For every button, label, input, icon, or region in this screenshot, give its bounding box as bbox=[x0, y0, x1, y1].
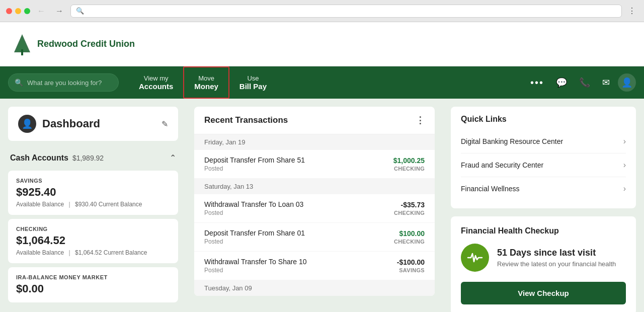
accounts-title: Cash Accounts bbox=[10, 153, 68, 163]
accounts-header: Cash Accounts $1,989.92 ⌃ bbox=[8, 149, 178, 167]
transaction-name: Deposit Transfer From Share 01 bbox=[204, 229, 394, 237]
phone-button[interactable]: 📞 bbox=[573, 73, 596, 92]
divider: | bbox=[69, 249, 70, 256]
list-item[interactable]: Financial Wellness › bbox=[461, 177, 626, 200]
dashboard-header: 👤 Dashboard ✎ bbox=[8, 107, 178, 141]
search-input[interactable] bbox=[27, 79, 112, 87]
transaction-info: Withdrawal Transfer To Loan 03 Posted bbox=[204, 200, 394, 216]
date-separator-sat: Saturday, Jan 13 bbox=[194, 179, 435, 194]
checking-account-sub: Available Balance | $1,064.52 Current Ba… bbox=[16, 249, 170, 256]
chat-button[interactable]: 💬 bbox=[550, 73, 573, 92]
mail-button[interactable]: ✉ bbox=[596, 73, 616, 92]
transaction-status: Posted bbox=[204, 238, 394, 245]
transactions-header: Recent Transactions ⋮ bbox=[194, 107, 435, 134]
nav-view-accounts[interactable]: View my Accounts bbox=[129, 66, 183, 99]
minimize-button[interactable] bbox=[15, 8, 21, 14]
savings-account-sub: Available Balance | $930.40 Current Bala… bbox=[16, 201, 170, 208]
date-separator-fri: Friday, Jan 19 bbox=[194, 134, 435, 150]
user-avatar-button[interactable]: 👤 bbox=[618, 73, 636, 92]
savings-account-card[interactable]: SAVINGS $925.40 Available Balance | $930… bbox=[8, 171, 178, 215]
checking-account-type: CHECKING bbox=[16, 226, 170, 232]
fullscreen-button[interactable] bbox=[24, 8, 30, 14]
list-item[interactable]: Digital Banking Resource Center › bbox=[461, 130, 626, 153]
edit-icon[interactable]: ✎ bbox=[162, 119, 168, 129]
avatar-icon: 👤 bbox=[22, 118, 33, 129]
health-content: 51 Days since last visit Review the late… bbox=[461, 244, 626, 272]
transaction-status: Posted bbox=[204, 165, 393, 172]
chevron-right-icon: › bbox=[623, 184, 626, 193]
accounts-section: Cash Accounts $1,989.92 ⌃ SAVINGS $925.4… bbox=[8, 149, 178, 302]
logo-text: Redwood Credit Union bbox=[37, 39, 135, 49]
transaction-amount: $1,000.25 bbox=[393, 157, 425, 165]
health-icon bbox=[461, 244, 489, 272]
chevron-right-icon: › bbox=[623, 161, 626, 170]
transaction-name: Withdrawal Transfer To Loan 03 bbox=[204, 200, 394, 208]
ira-account-card[interactable]: IRA-BALANCE MONEY MARKET $0.00 bbox=[8, 267, 178, 302]
savings-current-balance: $930.40 Current Balance bbox=[75, 201, 142, 208]
search-icon: 🔍 bbox=[15, 79, 23, 87]
transaction-account: CHECKING bbox=[394, 239, 425, 245]
nav-bar: 🔍 View my Accounts Move Money Use Bill P… bbox=[0, 66, 644, 99]
transaction-account: CHECKING bbox=[394, 210, 425, 216]
checking-account-card[interactable]: CHECKING $1,064.52 Available Balance | $… bbox=[8, 219, 178, 263]
address-bar[interactable]: 🔍 bbox=[70, 5, 622, 18]
savings-account-balance: $925.40 bbox=[16, 186, 170, 199]
chat-icon: 💬 bbox=[556, 77, 567, 88]
toolbar-icon: ⋮ bbox=[626, 5, 638, 17]
dashboard-title-area: 👤 Dashboard bbox=[18, 115, 100, 133]
transactions-card: Recent Transactions ⋮ Friday, Jan 19 Dep… bbox=[194, 107, 435, 296]
transaction-account: SAVINGS bbox=[397, 267, 425, 273]
accounts-total: $1,989.92 bbox=[72, 154, 104, 162]
health-checkup-card: Financial Health Checkup 51 Days since l… bbox=[451, 216, 636, 312]
search-bar-container[interactable]: 🔍 bbox=[8, 73, 119, 92]
more-dots-icon: ••• bbox=[530, 77, 544, 89]
pulse-icon bbox=[467, 250, 483, 266]
health-text-area: 51 Days since last visit Review the late… bbox=[497, 248, 616, 268]
main-content: 👤 Dashboard ✎ Cash Accounts $1,989.92 ⌃ … bbox=[0, 99, 644, 312]
health-desc: Review the latest on your financial heal… bbox=[497, 260, 616, 268]
transactions-more-icon[interactable]: ⋮ bbox=[416, 115, 425, 126]
transactions-title: Recent Transactions bbox=[204, 115, 288, 125]
quick-links-card: Quick Links Digital Banking Resource Cen… bbox=[451, 107, 636, 208]
transaction-amount: -$35.73 bbox=[394, 201, 425, 209]
nav-move-money-line2: Money bbox=[194, 82, 218, 91]
transaction-info: Withdrawal Transfer To Share 10 Posted bbox=[204, 258, 397, 274]
health-title: Financial Health Checkup bbox=[461, 226, 626, 236]
view-checkup-button[interactable]: View Checkup bbox=[461, 282, 626, 304]
avatar: 👤 bbox=[18, 115, 36, 133]
table-row[interactable]: Withdrawal Transfer To Share 10 Posted -… bbox=[194, 252, 435, 280]
transaction-right: -$100.00 SAVINGS bbox=[397, 258, 425, 273]
nav-move-money-line1: Move bbox=[198, 74, 214, 82]
accounts-header-left: Cash Accounts $1,989.92 bbox=[10, 153, 104, 163]
transaction-right: $1,000.25 CHECKING bbox=[393, 157, 425, 172]
dashboard-title: Dashboard bbox=[42, 117, 100, 130]
checking-current-balance: $1,064.52 Current Balance bbox=[75, 249, 147, 256]
table-row[interactable]: Withdrawal Transfer To Loan 03 Posted -$… bbox=[194, 194, 435, 223]
close-button[interactable] bbox=[6, 8, 12, 14]
forward-button[interactable]: → bbox=[52, 6, 66, 17]
ira-account-balance: $0.00 bbox=[16, 282, 170, 295]
checking-available-label: Available Balance bbox=[16, 249, 64, 256]
transaction-info: Deposit Transfer From Share 01 Posted bbox=[204, 229, 394, 245]
mail-icon: ✉ bbox=[602, 77, 610, 88]
more-nav-button[interactable]: ••• bbox=[524, 73, 550, 93]
table-row[interactable]: Deposit Transfer From Share 51 Posted $1… bbox=[194, 150, 435, 179]
transaction-account: CHECKING bbox=[393, 166, 425, 172]
phone-icon: 📞 bbox=[579, 77, 590, 88]
transaction-amount: -$100.00 bbox=[397, 258, 425, 266]
savings-available-label: Available Balance bbox=[16, 201, 64, 208]
transaction-right: $100.00 CHECKING bbox=[394, 229, 425, 245]
nav-bill-pay[interactable]: Use Bill Pay bbox=[229, 66, 277, 99]
quick-link-label: Financial Wellness bbox=[461, 185, 519, 193]
back-button[interactable]: ← bbox=[34, 6, 48, 17]
divider: | bbox=[69, 201, 70, 208]
list-item[interactable]: Fraud and Security Center › bbox=[461, 153, 626, 177]
app-header: Redwood Credit Union bbox=[0, 22, 644, 66]
date-separator-tue: Tuesday, Jan 09 bbox=[194, 280, 435, 296]
health-days: 51 Days since last visit bbox=[497, 248, 616, 258]
table-row[interactable]: Deposit Transfer From Share 01 Posted $1… bbox=[194, 223, 435, 252]
quick-link-label: Digital Banking Resource Center bbox=[461, 137, 563, 145]
chevron-up-icon[interactable]: ⌃ bbox=[170, 153, 176, 163]
chevron-right-icon: › bbox=[623, 137, 626, 146]
nav-move-money[interactable]: Move Money bbox=[183, 66, 229, 99]
